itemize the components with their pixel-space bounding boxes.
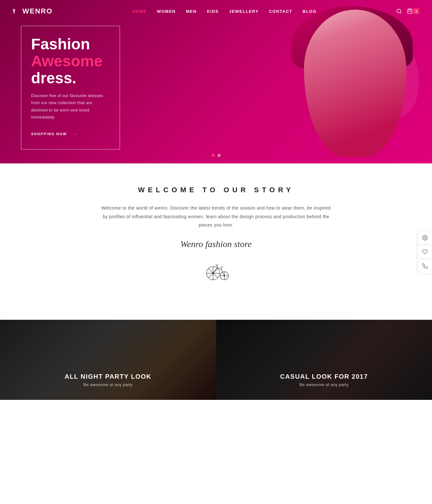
hero-description: Discover five of our favourite dresses f… [31,92,110,120]
svg-point-19 [224,275,225,276]
hero-cta-arrow-icon: → [71,130,78,138]
welcome-section: WELCOME TO OUR STORY Welcome to the worl… [0,163,432,320]
lookbook-card-1[interactable]: ALL NIGHT PARTY LOOK Be awesome at any p… [0,320,216,400]
slider-dots [212,154,221,157]
header: WENRO HOME WOMEN MEN KIDS JEWELLERY CONT… [0,0,432,22]
sidebar-settings-button[interactable] [418,231,432,245]
brand-tagline: Wenro fashion store [13,239,419,249]
cart-count-badge: 1 [413,8,419,14]
hero-cta-label: SHOPPING NOW [31,132,67,136]
lookbook-card-1-bg [0,320,216,400]
lookbook-card-2-overlay: CASUAL LOOK FOR 2017 Be awesome at any p… [216,373,432,387]
logo-icon [13,8,20,14]
welcome-title: WELCOME TO OUR STORY [13,186,419,194]
right-sidebar [418,231,432,273]
lookbook-card-2[interactable]: CASUAL LOOK FOR 2017 Be awesome at any p… [216,320,432,400]
lookbook-section: ALL NIGHT PARTY LOOK Be awesome at any p… [0,320,432,400]
hero-title-line1: Fashion [31,36,90,53]
sidebar-contact-button[interactable] [418,259,432,273]
slider-dot-2[interactable] [217,154,221,157]
lookbook-card-2-bg [216,320,432,400]
nav-contact[interactable]: CONTACT [269,9,292,14]
nav-men[interactable]: MEN [186,9,197,14]
cart-button[interactable] [407,8,413,14]
hero-title-line3: dress. [31,70,76,87]
hero-title-line2: Awesome [31,53,102,70]
welcome-description: Welcome to the world of wenro. Discover … [101,204,331,229]
main-nav: HOME WOMEN MEN KIDS JEWELLERY CONTACT BL… [132,9,316,14]
hero-box: Fashion Awesome dress. Discover five of … [21,26,120,150]
nav-blog[interactable]: BLOG [303,9,317,14]
lookbook-title-1: ALL NIGHT PARTY LOOK [0,373,216,380]
sidebar-wishlist-button[interactable] [418,245,432,259]
hero-title: Fashion Awesome dress. [31,36,110,87]
svg-point-5 [424,237,426,239]
nav-kids[interactable]: KIDS [207,9,219,14]
header-actions: 1 [396,8,419,14]
bike-icon [13,259,419,281]
nav-women[interactable]: WOMEN [157,9,176,14]
search-button[interactable] [396,8,402,14]
hero-content: Fashion Awesome dress. Discover five of … [21,26,120,150]
lookbook-card-1-overlay: ALL NIGHT PARTY LOOK Be awesome at any p… [0,373,216,387]
svg-line-14 [216,265,217,268]
cart-container: 1 [407,8,419,14]
hero-section: 9 Fashion Awesome dress. Discover five o… [0,0,432,163]
svg-point-18 [212,272,214,274]
svg-line-16 [221,267,222,269]
svg-point-3 [397,9,401,13]
model-face [304,10,406,157]
lookbook-sub-1: Be awesome at any party [0,382,216,387]
slider-dot-1[interactable] [212,154,215,157]
nav-jewellery[interactable]: JEWELLERY [229,9,258,14]
hero-cta-button[interactable]: SHOPPING NOW → [31,130,110,138]
lookbook-sub-2: Be awesome at any party [216,382,432,387]
logo-text: WENRO [22,7,53,15]
logo[interactable]: WENRO [13,7,53,15]
lookbook-title-2: CASUAL LOOK FOR 2017 [216,373,432,380]
nav-home[interactable]: HOME [132,9,147,14]
